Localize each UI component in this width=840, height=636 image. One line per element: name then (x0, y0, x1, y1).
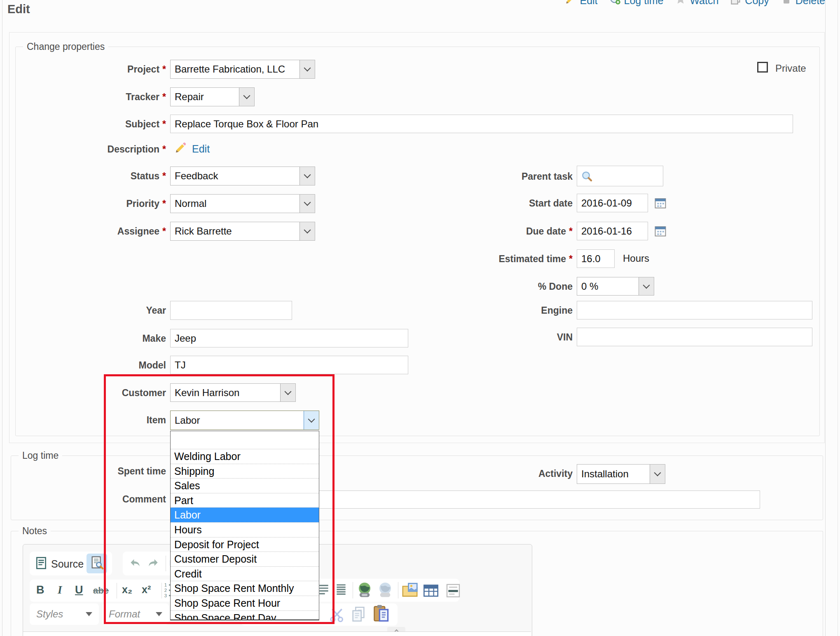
chevron-down-icon (156, 612, 162, 616)
styles-combo[interactable]: Styles (30, 603, 99, 625)
superscript-button[interactable]: x² (142, 584, 151, 596)
redo-button[interactable] (147, 557, 160, 570)
copy-action-link[interactable]: Copy (730, 0, 769, 7)
horizontal-rule-button[interactable] (445, 584, 461, 599)
year-input[interactable] (170, 301, 292, 320)
dropdown-option[interactable]: Shop Space Rent Monthly (171, 581, 319, 596)
make-label: Make (16, 333, 166, 344)
dropdown-option[interactable]: Shop Space Rent Hour (171, 596, 319, 610)
undo-icon (129, 563, 142, 570)
dropdown-option[interactable]: Customer Deposit (171, 552, 319, 566)
svg-text:3: 3 (164, 593, 167, 598)
estimated-time-input[interactable]: 16.0 (577, 249, 615, 268)
preview-icon (90, 556, 104, 571)
chevron-down-icon[interactable] (299, 167, 315, 185)
project-value: Barrette Fabrication, LLC (175, 63, 285, 75)
estimated-time-label: Estimated time* (404, 253, 573, 265)
activity-select[interactable]: Installation (577, 464, 665, 484)
activity-label: Activity (404, 468, 573, 479)
pencil-icon (565, 0, 576, 7)
dropdown-option[interactable] (171, 431, 319, 449)
justify-button[interactable] (335, 583, 348, 598)
toolbar-separator (353, 582, 353, 598)
priority-select[interactable]: Normal (170, 194, 315, 213)
private-checkbox[interactable] (757, 62, 768, 73)
model-input[interactable]: TJ (170, 356, 408, 374)
notes-legend: Notes (19, 526, 51, 537)
star-icon (675, 0, 686, 7)
toolbar-separator (166, 556, 166, 571)
copy-button[interactable] (350, 606, 367, 624)
format-combo-label: Format (109, 608, 140, 620)
make-input[interactable]: Jeep (170, 329, 408, 347)
estimated-time-unit: Hours (623, 253, 649, 264)
chevron-down-icon[interactable] (239, 88, 254, 106)
horizontal-rule-icon (445, 592, 461, 599)
chevron-down-icon[interactable] (299, 222, 315, 240)
table-button[interactable] (423, 584, 439, 599)
chevron-down-icon[interactable] (304, 411, 319, 429)
delete-action-link[interactable]: Delete (781, 0, 825, 7)
unlink-button[interactable] (377, 581, 394, 600)
dropdown-option[interactable]: Credit (171, 566, 319, 581)
vin-input[interactable] (577, 328, 812, 346)
tracker-select[interactable]: Repair (170, 87, 255, 106)
calendar-icon[interactable] (654, 197, 667, 211)
due-date-input[interactable]: 2016-01-16 (577, 222, 648, 240)
underline-button[interactable]: U (75, 584, 83, 596)
paste-button[interactable] (372, 604, 390, 624)
strikethrough-button[interactable]: abe (93, 585, 109, 596)
preview-button[interactable] (87, 554, 107, 573)
subscript-button[interactable]: x₂ (122, 584, 132, 596)
log-time-action-label: Log time (624, 0, 664, 7)
watch-action-link[interactable]: Watch (675, 0, 718, 7)
chevron-down-icon[interactable] (280, 384, 295, 401)
chevron-down-icon[interactable] (639, 277, 654, 295)
engine-input[interactable] (577, 301, 812, 319)
calendar-icon[interactable] (654, 225, 667, 239)
notes-editing-area[interactable] (23, 631, 531, 636)
format-combo[interactable]: Format (102, 603, 169, 625)
chevron-down-icon[interactable] (299, 195, 315, 213)
assignee-select[interactable]: Rick Barrette (170, 222, 315, 241)
dropdown-option-selected[interactable]: Labor (171, 507, 319, 522)
description-edit-link[interactable]: Edit (192, 143, 210, 155)
percent-done-select[interactable]: 0 % (577, 277, 654, 296)
log-time-legend: Log time (19, 450, 62, 461)
edit-action-label: Edit (580, 0, 597, 7)
dropdown-option[interactable]: Shipping (171, 464, 319, 479)
dropdown-option[interactable]: Hours (171, 522, 319, 537)
dropdown-option[interactable]: Welding Labor (171, 449, 319, 464)
start-date-input[interactable]: 2016-01-09 (577, 194, 648, 212)
item-select[interactable]: Labor (170, 411, 319, 430)
edit-action-link[interactable]: Edit (565, 0, 597, 7)
image-button[interactable] (401, 582, 419, 599)
source-button[interactable]: Source (51, 558, 84, 570)
log-time-action-link[interactable]: Log time (609, 0, 664, 7)
image-icon (401, 592, 419, 599)
cut-button[interactable] (329, 607, 345, 624)
project-select[interactable]: Barrette Fabrication, LLC (170, 60, 315, 79)
dropdown-option[interactable]: Part (171, 493, 319, 508)
dropdown-option[interactable]: Sales (171, 478, 319, 493)
watch-action-label: Watch (690, 0, 718, 7)
assignee-value: Rick Barrette (175, 225, 232, 237)
delete-action-label: Delete (796, 0, 825, 7)
model-label: Model (16, 360, 166, 371)
status-select[interactable]: Feedback (170, 167, 315, 185)
chevron-down-icon[interactable] (299, 60, 315, 78)
chevron-down-icon[interactable] (650, 465, 665, 483)
link-button[interactable] (356, 581, 373, 600)
dropdown-option[interactable]: Shop Space Rent Day (171, 610, 319, 620)
log-time-fieldset: Log time (11, 450, 823, 520)
bold-button[interactable]: B (36, 584, 44, 596)
customer-select[interactable]: Kevin Harrison (170, 383, 296, 402)
subject-input[interactable]: Replace Torque Box & Floor Pan (170, 115, 793, 133)
dropdown-option[interactable]: Deposit for Project (171, 537, 319, 552)
undo-button[interactable] (129, 557, 142, 570)
percent-done-value: 0 % (581, 281, 598, 292)
page-title: Edit (7, 2, 30, 16)
svg-text:2: 2 (164, 588, 167, 593)
customer-label: Customer (16, 387, 166, 399)
italic-button[interactable]: I (58, 584, 62, 596)
